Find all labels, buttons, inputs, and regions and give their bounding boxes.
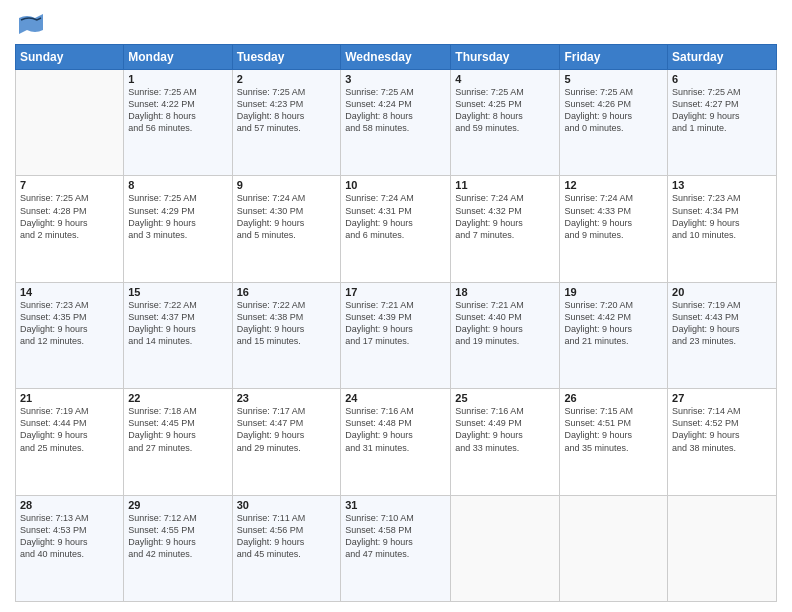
- day-cell: 30Sunrise: 7:11 AM Sunset: 4:56 PM Dayli…: [232, 495, 341, 601]
- day-number: 5: [564, 73, 663, 85]
- day-cell: 15Sunrise: 7:22 AM Sunset: 4:37 PM Dayli…: [124, 282, 232, 388]
- day-info: Sunrise: 7:18 AM Sunset: 4:45 PM Dayligh…: [128, 405, 227, 454]
- week-row-5: 28Sunrise: 7:13 AM Sunset: 4:53 PM Dayli…: [16, 495, 777, 601]
- day-info: Sunrise: 7:21 AM Sunset: 4:40 PM Dayligh…: [455, 299, 555, 348]
- day-info: Sunrise: 7:20 AM Sunset: 4:42 PM Dayligh…: [564, 299, 663, 348]
- day-info: Sunrise: 7:25 AM Sunset: 4:25 PM Dayligh…: [455, 86, 555, 135]
- day-info: Sunrise: 7:25 AM Sunset: 4:22 PM Dayligh…: [128, 86, 227, 135]
- day-cell: 13Sunrise: 7:23 AM Sunset: 4:34 PM Dayli…: [668, 176, 777, 282]
- day-number: 8: [128, 179, 227, 191]
- logo: [15, 10, 47, 38]
- day-info: Sunrise: 7:22 AM Sunset: 4:38 PM Dayligh…: [237, 299, 337, 348]
- logo-icon: [15, 10, 43, 38]
- day-number: 28: [20, 499, 119, 511]
- day-info: Sunrise: 7:24 AM Sunset: 4:30 PM Dayligh…: [237, 192, 337, 241]
- header-saturday: Saturday: [668, 45, 777, 70]
- day-number: 21: [20, 392, 119, 404]
- day-cell: 24Sunrise: 7:16 AM Sunset: 4:48 PM Dayli…: [341, 389, 451, 495]
- day-cell: 6Sunrise: 7:25 AM Sunset: 4:27 PM Daylig…: [668, 70, 777, 176]
- day-info: Sunrise: 7:10 AM Sunset: 4:58 PM Dayligh…: [345, 512, 446, 561]
- header-wednesday: Wednesday: [341, 45, 451, 70]
- day-number: 15: [128, 286, 227, 298]
- day-cell: 3Sunrise: 7:25 AM Sunset: 4:24 PM Daylig…: [341, 70, 451, 176]
- week-row-2: 7Sunrise: 7:25 AM Sunset: 4:28 PM Daylig…: [16, 176, 777, 282]
- day-number: 14: [20, 286, 119, 298]
- week-row-1: 1Sunrise: 7:25 AM Sunset: 4:22 PM Daylig…: [16, 70, 777, 176]
- day-cell: 1Sunrise: 7:25 AM Sunset: 4:22 PM Daylig…: [124, 70, 232, 176]
- day-info: Sunrise: 7:11 AM Sunset: 4:56 PM Dayligh…: [237, 512, 337, 561]
- day-cell: 5Sunrise: 7:25 AM Sunset: 4:26 PM Daylig…: [560, 70, 668, 176]
- header-monday: Monday: [124, 45, 232, 70]
- day-info: Sunrise: 7:17 AM Sunset: 4:47 PM Dayligh…: [237, 405, 337, 454]
- day-number: 30: [237, 499, 337, 511]
- day-number: 19: [564, 286, 663, 298]
- day-number: 22: [128, 392, 227, 404]
- header-thursday: Thursday: [451, 45, 560, 70]
- day-info: Sunrise: 7:19 AM Sunset: 4:43 PM Dayligh…: [672, 299, 772, 348]
- day-info: Sunrise: 7:24 AM Sunset: 4:32 PM Dayligh…: [455, 192, 555, 241]
- day-number: 25: [455, 392, 555, 404]
- page-header: [15, 10, 777, 38]
- day-info: Sunrise: 7:13 AM Sunset: 4:53 PM Dayligh…: [20, 512, 119, 561]
- day-cell: 7Sunrise: 7:25 AM Sunset: 4:28 PM Daylig…: [16, 176, 124, 282]
- day-cell: 12Sunrise: 7:24 AM Sunset: 4:33 PM Dayli…: [560, 176, 668, 282]
- day-cell: [668, 495, 777, 601]
- header-sunday: Sunday: [16, 45, 124, 70]
- week-row-3: 14Sunrise: 7:23 AM Sunset: 4:35 PM Dayli…: [16, 282, 777, 388]
- day-cell: 19Sunrise: 7:20 AM Sunset: 4:42 PM Dayli…: [560, 282, 668, 388]
- day-cell: 10Sunrise: 7:24 AM Sunset: 4:31 PM Dayli…: [341, 176, 451, 282]
- day-number: 10: [345, 179, 446, 191]
- day-number: 20: [672, 286, 772, 298]
- day-cell: 8Sunrise: 7:25 AM Sunset: 4:29 PM Daylig…: [124, 176, 232, 282]
- day-cell: 11Sunrise: 7:24 AM Sunset: 4:32 PM Dayli…: [451, 176, 560, 282]
- day-info: Sunrise: 7:24 AM Sunset: 4:33 PM Dayligh…: [564, 192, 663, 241]
- day-number: 6: [672, 73, 772, 85]
- day-cell: 23Sunrise: 7:17 AM Sunset: 4:47 PM Dayli…: [232, 389, 341, 495]
- day-cell: [451, 495, 560, 601]
- day-info: Sunrise: 7:25 AM Sunset: 4:28 PM Dayligh…: [20, 192, 119, 241]
- day-info: Sunrise: 7:25 AM Sunset: 4:29 PM Dayligh…: [128, 192, 227, 241]
- day-cell: 4Sunrise: 7:25 AM Sunset: 4:25 PM Daylig…: [451, 70, 560, 176]
- day-cell: [16, 70, 124, 176]
- day-info: Sunrise: 7:16 AM Sunset: 4:48 PM Dayligh…: [345, 405, 446, 454]
- day-info: Sunrise: 7:25 AM Sunset: 4:24 PM Dayligh…: [345, 86, 446, 135]
- day-info: Sunrise: 7:14 AM Sunset: 4:52 PM Dayligh…: [672, 405, 772, 454]
- day-info: Sunrise: 7:25 AM Sunset: 4:27 PM Dayligh…: [672, 86, 772, 135]
- day-number: 12: [564, 179, 663, 191]
- day-info: Sunrise: 7:25 AM Sunset: 4:23 PM Dayligh…: [237, 86, 337, 135]
- day-cell: 25Sunrise: 7:16 AM Sunset: 4:49 PM Dayli…: [451, 389, 560, 495]
- day-info: Sunrise: 7:23 AM Sunset: 4:35 PM Dayligh…: [20, 299, 119, 348]
- header-friday: Friday: [560, 45, 668, 70]
- day-cell: 29Sunrise: 7:12 AM Sunset: 4:55 PM Dayli…: [124, 495, 232, 601]
- day-number: 3: [345, 73, 446, 85]
- day-cell: 17Sunrise: 7:21 AM Sunset: 4:39 PM Dayli…: [341, 282, 451, 388]
- day-info: Sunrise: 7:16 AM Sunset: 4:49 PM Dayligh…: [455, 405, 555, 454]
- week-row-4: 21Sunrise: 7:19 AM Sunset: 4:44 PM Dayli…: [16, 389, 777, 495]
- day-number: 27: [672, 392, 772, 404]
- day-cell: [560, 495, 668, 601]
- day-number: 29: [128, 499, 227, 511]
- calendar-table: SundayMondayTuesdayWednesdayThursdayFrid…: [15, 44, 777, 602]
- day-number: 18: [455, 286, 555, 298]
- day-number: 16: [237, 286, 337, 298]
- day-cell: 2Sunrise: 7:25 AM Sunset: 4:23 PM Daylig…: [232, 70, 341, 176]
- day-info: Sunrise: 7:25 AM Sunset: 4:26 PM Dayligh…: [564, 86, 663, 135]
- day-info: Sunrise: 7:19 AM Sunset: 4:44 PM Dayligh…: [20, 405, 119, 454]
- day-number: 17: [345, 286, 446, 298]
- day-cell: 21Sunrise: 7:19 AM Sunset: 4:44 PM Dayli…: [16, 389, 124, 495]
- day-cell: 22Sunrise: 7:18 AM Sunset: 4:45 PM Dayli…: [124, 389, 232, 495]
- day-number: 1: [128, 73, 227, 85]
- day-number: 24: [345, 392, 446, 404]
- day-cell: 31Sunrise: 7:10 AM Sunset: 4:58 PM Dayli…: [341, 495, 451, 601]
- day-number: 4: [455, 73, 555, 85]
- day-number: 11: [455, 179, 555, 191]
- day-cell: 27Sunrise: 7:14 AM Sunset: 4:52 PM Dayli…: [668, 389, 777, 495]
- calendar-header-row: SundayMondayTuesdayWednesdayThursdayFrid…: [16, 45, 777, 70]
- day-number: 26: [564, 392, 663, 404]
- day-cell: 14Sunrise: 7:23 AM Sunset: 4:35 PM Dayli…: [16, 282, 124, 388]
- header-tuesday: Tuesday: [232, 45, 341, 70]
- day-info: Sunrise: 7:15 AM Sunset: 4:51 PM Dayligh…: [564, 405, 663, 454]
- day-number: 31: [345, 499, 446, 511]
- day-cell: 9Sunrise: 7:24 AM Sunset: 4:30 PM Daylig…: [232, 176, 341, 282]
- day-info: Sunrise: 7:12 AM Sunset: 4:55 PM Dayligh…: [128, 512, 227, 561]
